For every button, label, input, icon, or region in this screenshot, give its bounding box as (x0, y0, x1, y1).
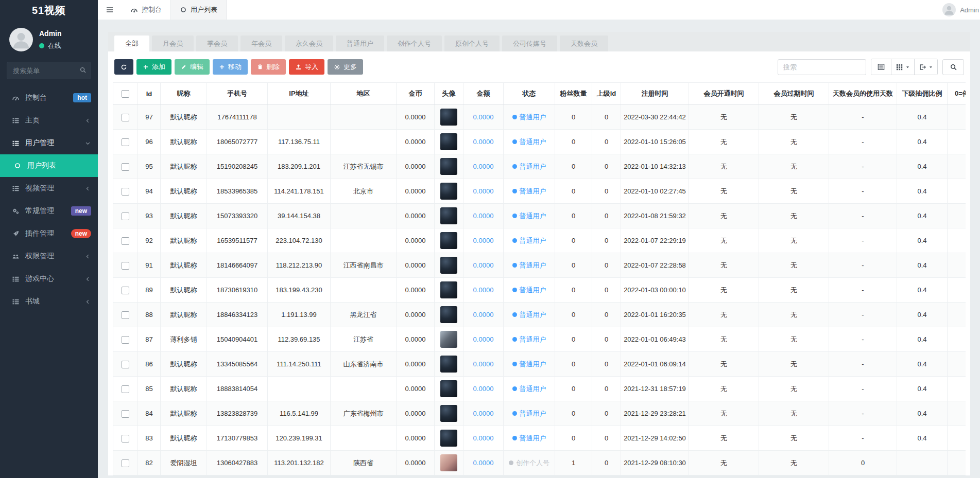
cell-nickname: 默认昵称 (161, 228, 207, 253)
row-checkbox[interactable] (122, 138, 129, 146)
refresh-button[interactable] (114, 59, 133, 75)
amount-link[interactable]: 0.0000 (473, 113, 494, 121)
row-checkbox[interactable] (122, 237, 129, 245)
grid-view-button[interactable] (891, 59, 915, 75)
amount-link[interactable]: 0.0000 (473, 286, 494, 294)
row-checkbox[interactable] (122, 361, 129, 368)
cell-region (331, 377, 397, 401)
cell-vip_start: 无 (689, 327, 759, 352)
row-checkbox[interactable] (122, 287, 129, 294)
amount-link[interactable]: 0.0000 (473, 410, 494, 417)
hamburger-icon[interactable] (98, 0, 122, 20)
topbar-user[interactable]: Admin (942, 0, 979, 20)
filter-tab-季会员[interactable]: 季会员 (196, 36, 238, 51)
cell-vip_end: 无 (759, 130, 829, 154)
sidebar-item-right (84, 185, 91, 192)
sidebar-item-书城[interactable]: 书城 (0, 290, 98, 313)
export-button[interactable] (915, 59, 937, 75)
sidebar-item-label: 权限管理 (25, 252, 54, 261)
row-checkbox[interactable] (122, 459, 129, 467)
row-checkbox[interactable] (122, 410, 129, 418)
cell-checkbox (113, 377, 138, 401)
add-button[interactable]: 添加 (136, 59, 171, 75)
cell-id: 94 (138, 179, 161, 204)
topbar-tab-控制台[interactable]: 控制台 (122, 0, 170, 20)
filter-tab-原创个人号[interactable]: 原创个人号 (444, 36, 500, 51)
status-dot-icon (512, 115, 517, 119)
row-checkbox[interactable] (122, 213, 129, 220)
table-search-input[interactable] (778, 59, 866, 75)
cell-status: 普通用户 (504, 278, 555, 303)
amount-link[interactable]: 0.0000 (473, 360, 494, 368)
cell-avatar (435, 327, 463, 352)
filter-tab-公司传媒号[interactable]: 公司传媒号 (502, 36, 557, 51)
sidebar-item-视频管理[interactable]: 视频管理 (0, 177, 98, 200)
delete-button[interactable]: 删除 (251, 59, 286, 75)
amount-link[interactable]: 0.0000 (473, 335, 494, 343)
move-button[interactable]: 移动 (213, 59, 248, 75)
cell-parent_id: 0 (592, 303, 621, 327)
row-checkbox[interactable] (122, 163, 129, 171)
export-icon (919, 63, 926, 71)
cell-amount: 0.0000 (463, 130, 504, 154)
cell-checkbox (113, 105, 138, 130)
import-button-label: 导入 (305, 62, 318, 72)
sidebar-item-常规管理[interactable]: 常规管理new (0, 200, 98, 222)
sidebar-item-label: 插件管理 (25, 229, 54, 238)
amount-link[interactable]: 0.0000 (473, 237, 494, 244)
sidebar-item-权限管理[interactable]: 权限管理 (0, 245, 98, 268)
sidebar-item-插件管理[interactable]: 插件管理new (0, 222, 98, 245)
row-checkbox[interactable] (122, 336, 129, 344)
row-checkbox[interactable] (122, 262, 129, 270)
amount-link[interactable]: 0.0000 (473, 311, 494, 318)
row-checkbox[interactable] (122, 385, 129, 393)
sidebar-item-用户列表[interactable]: 用户列表 (0, 154, 98, 177)
table-row: 91默认昵称18146664097118.212.213.90江西省南昌市0.0… (113, 253, 966, 278)
col-ip: IP地址 (268, 83, 331, 105)
cell-nickname: 默认昵称 (161, 377, 207, 401)
cell-days_used: - (829, 204, 897, 228)
cell-vip_end: 无 (759, 401, 829, 426)
row-avatar (440, 109, 457, 126)
amount-link[interactable]: 0.0000 (473, 261, 494, 269)
amount-link[interactable]: 0.0000 (473, 385, 494, 393)
select-all-checkbox[interactable] (122, 90, 129, 98)
cell-reg_time: 2022-01-08 21:59:32 (621, 204, 689, 228)
sidebar-item-主页[interactable]: 主页 (0, 109, 98, 132)
status-badge: 普通用户 (512, 434, 546, 443)
cell-id: 86 (138, 352, 161, 377)
filter-tab-创作个人号[interactable]: 创作个人号 (387, 36, 442, 51)
search-button[interactable] (942, 59, 964, 75)
filter-tab-普通用户[interactable]: 普通用户 (336, 36, 384, 51)
cell-vip_end: 无 (759, 327, 829, 352)
amount-link[interactable]: 0.0000 (473, 138, 494, 146)
row-checkbox[interactable] (122, 435, 129, 442)
filter-tab-永久会员[interactable]: 永久会员 (285, 36, 333, 51)
row-checkbox[interactable] (122, 114, 129, 121)
filter-tab-天数会员[interactable]: 天数会员 (560, 36, 608, 51)
sidebar-item-用户管理[interactable]: 用户管理 (0, 132, 98, 154)
edit-button[interactable]: 编辑 (175, 59, 210, 75)
amount-link[interactable]: 0.0000 (473, 212, 494, 220)
filter-tab-年会员[interactable]: 年会员 (240, 36, 282, 51)
amount-link[interactable]: 0.0000 (473, 163, 494, 170)
more-button[interactable]: 更多 (328, 59, 363, 75)
amount-link[interactable]: 0.0000 (473, 187, 494, 195)
filter-tab-全部[interactable]: 全部 (114, 36, 149, 51)
list-view-button[interactable] (871, 59, 891, 75)
cell-checkbox (113, 204, 138, 228)
filter-tab-月会员[interactable]: 月会员 (152, 36, 194, 51)
cell-phone: 15040904401 (207, 327, 268, 352)
cell-reg_time: 2021-12-29 14:02:50 (621, 426, 689, 451)
status-dot-icon (512, 312, 517, 317)
sidebar-search-input[interactable] (7, 62, 91, 79)
sidebar-item-游戏中心[interactable]: 游戏中心 (0, 268, 98, 290)
topbar-tab-用户列表[interactable]: 用户列表 (170, 0, 227, 20)
row-checkbox[interactable] (122, 311, 129, 319)
row-checkbox[interactable] (122, 188, 129, 196)
amount-link[interactable]: 0.0000 (473, 434, 494, 442)
sidebar-item-控制台[interactable]: 控制台hot (0, 86, 98, 109)
cell-status: 普通用户 (504, 179, 555, 204)
import-button[interactable]: 导入 (289, 59, 324, 75)
amount-link[interactable]: 0.0000 (473, 459, 494, 467)
